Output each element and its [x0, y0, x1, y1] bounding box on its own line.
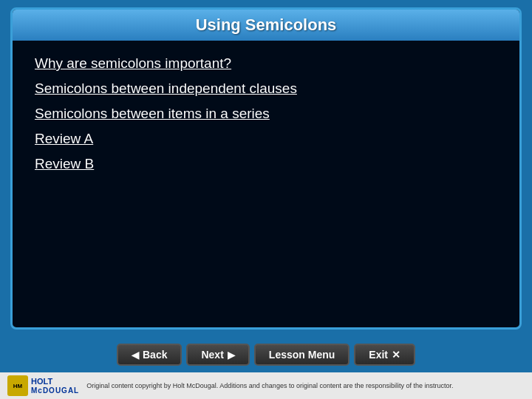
- back-button[interactable]: ◀ Back: [117, 344, 182, 366]
- holt-logo: HM HOLT McDOUGAL: [7, 375, 79, 396]
- footer-bar: HM HOLT McDOUGAL Original content copyri…: [0, 372, 532, 399]
- bottom-bar: ◀ Back Next ▶ Lesson Menu Exit ✕: [0, 337, 532, 372]
- back-arrow-icon: ◀: [132, 349, 139, 361]
- exit-x-icon: ✕: [392, 349, 400, 361]
- next-button[interactable]: Next ▶: [186, 344, 249, 366]
- title-bar: Using Semicolons: [13, 10, 519, 41]
- logo-line2: McDOUGAL: [31, 386, 79, 395]
- logo-text-area: HOLT McDOUGAL: [31, 377, 79, 394]
- next-arrow-icon: ▶: [228, 349, 235, 361]
- footer-copyright: Original content copyright by Holt McDou…: [86, 382, 525, 389]
- page-title: Using Semicolons: [196, 16, 337, 34]
- nav-buttons: ◀ Back Next ▶ Lesson Menu Exit ✕: [9, 344, 523, 366]
- link-between-clauses[interactable]: Semicolons between independent clauses: [35, 81, 497, 97]
- link-between-items[interactable]: Semicolons between items in a series: [35, 106, 497, 122]
- link-review-b[interactable]: Review B: [35, 156, 497, 172]
- lesson-menu-button[interactable]: Lesson Menu: [254, 344, 349, 366]
- logo-line1: HOLT: [31, 377, 79, 386]
- content-box: Using Semicolons Why are semicolons impo…: [10, 7, 522, 330]
- link-review-a[interactable]: Review A: [35, 131, 497, 147]
- links-area: Why are semicolons important? Semicolons…: [13, 55, 519, 172]
- main-area: Using Semicolons Why are semicolons impo…: [0, 0, 532, 337]
- logo-icon: HM: [7, 375, 28, 396]
- link-why-semicolons[interactable]: Why are semicolons important?: [35, 55, 497, 72]
- exit-button[interactable]: Exit ✕: [354, 344, 415, 366]
